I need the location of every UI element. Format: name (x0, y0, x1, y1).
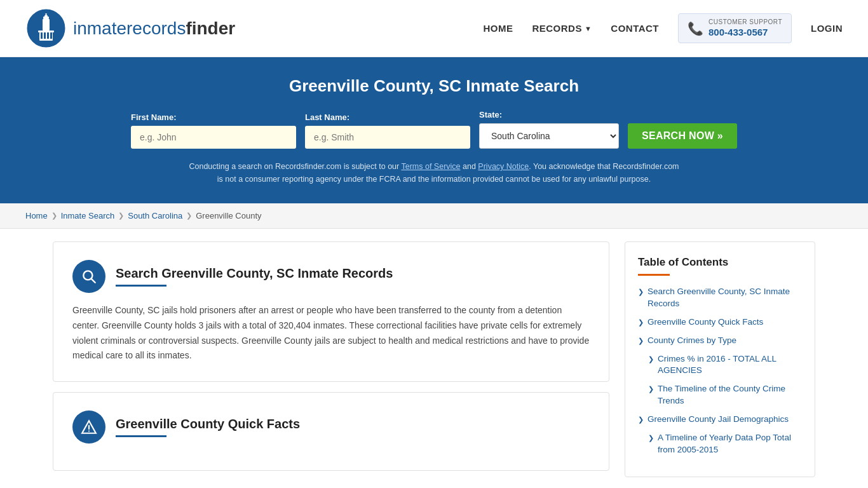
logo-text-normal: inmaterecords (73, 18, 186, 38)
svg-point-15 (88, 431, 90, 432)
hero-section: Greenville County, SC Inmate Search Firs… (0, 57, 868, 203)
first-name-label: First Name: (131, 112, 296, 122)
main-content: Search Greenville County, SC Inmate Reco… (27, 229, 841, 488)
warning-icon (81, 419, 97, 435)
svg-line-13 (92, 279, 95, 283)
last-name-input[interactable] (305, 126, 470, 149)
toc-link-3[interactable]: County Crimes by Type (648, 335, 736, 347)
svg-rect-3 (46, 13, 47, 16)
toc-chevron-2: ❯ (638, 318, 644, 327)
last-name-group: Last Name: (305, 112, 470, 149)
toc-link-7[interactable]: A Timeline of Yearly Data Pop Total from… (658, 432, 802, 456)
privacy-notice-link[interactable]: Privacy Notice (478, 162, 529, 171)
state-label: State: (479, 110, 619, 119)
search-section-underline (116, 285, 166, 287)
svg-rect-10 (47, 32, 49, 39)
search-icon (81, 268, 97, 285)
svg-rect-9 (44, 32, 46, 39)
toc-chevron-4: ❯ (648, 355, 654, 363)
breadcrumb-sep-1: ❯ (51, 212, 57, 220)
toc-item-7[interactable]: ❯ A Timeline of Yearly Data Pop Total fr… (648, 432, 802, 456)
toc-link-5[interactable]: The Timeline of the County Crime Trends (658, 383, 802, 407)
toc-chevron-1: ❯ (638, 288, 644, 296)
nav-login[interactable]: LOGIN (811, 23, 843, 34)
hero-title: Greenville County, SC Inmate Search (25, 76, 843, 96)
quick-facts-icon-circle (72, 410, 105, 444)
toc-link-6[interactable]: Greenville County Jail Demographics (648, 414, 789, 426)
breadcrumb-sep-2: ❯ (118, 212, 124, 220)
quick-facts-title: Greenville County Quick Facts (116, 417, 300, 431)
logo[interactable]: inmaterecordsfinder (25, 8, 235, 49)
site-header: inmaterecordsfinder HOME RECORDS ▼ CONTA… (0, 0, 868, 57)
toc-chevron-5: ❯ (648, 385, 654, 393)
search-section-title-area: Search Greenville County, SC Inmate Reco… (116, 266, 393, 287)
first-name-input[interactable] (131, 126, 296, 149)
search-icon-circle (72, 260, 105, 293)
search-section-body: Greenville County, SC jails hold prisone… (72, 303, 590, 363)
terms-of-service-link[interactable]: Terms of Service (401, 162, 460, 171)
logo-icon (25, 8, 67, 49)
toc-chevron-3: ❯ (638, 337, 644, 345)
toc-link-1[interactable]: Search Greenville County, SC Inmate Reco… (648, 286, 802, 310)
customer-support-box[interactable]: 📞 CUSTOMER SUPPORT 800-433-0567 (678, 13, 792, 43)
svg-rect-11 (50, 32, 52, 39)
search-now-button[interactable]: SEARCH NOW » (628, 123, 737, 149)
breadcrumb-home[interactable]: Home (25, 211, 48, 220)
quick-facts-section: Greenville County Quick Facts (53, 392, 609, 471)
state-group: State: South Carolina (479, 110, 619, 149)
sidebar: Table of Contents ❯ Search Greenville Co… (625, 241, 815, 481)
svg-rect-7 (39, 39, 53, 41)
breadcrumb-sep-3: ❯ (186, 212, 192, 220)
search-section: Search Greenville County, SC Inmate Reco… (53, 241, 609, 382)
toc-item-3[interactable]: ❯ County Crimes by Type (638, 335, 802, 347)
logo-text-bold: finder (186, 18, 235, 38)
toc-box: Table of Contents ❯ Search Greenville Co… (625, 241, 815, 477)
toc-item-6[interactable]: ❯ Greenville County Jail Demographics (638, 414, 802, 426)
toc-underline (638, 274, 670, 276)
support-text: CUSTOMER SUPPORT 800-433-0567 (709, 18, 782, 39)
content-area: Search Greenville County, SC Inmate Reco… (53, 241, 625, 481)
hero-disclaimer: Conducting a search on Recordsfinder.com… (186, 160, 682, 186)
search-section-title: Search Greenville County, SC Inmate Reco… (116, 266, 393, 281)
toc-item-4[interactable]: ❯ Crimes % in 2016 - TOTAL ALL AGENCIES (648, 353, 802, 377)
search-section-header: Search Greenville County, SC Inmate Reco… (72, 260, 590, 293)
toc-item-2[interactable]: ❯ Greenville County Quick Facts (638, 316, 802, 329)
toc-link-2[interactable]: Greenville County Quick Facts (648, 316, 763, 329)
toc-link-4[interactable]: Crimes % in 2016 - TOTAL ALL AGENCIES (658, 353, 802, 377)
toc-title: Table of Contents (638, 256, 802, 269)
first-name-group: First Name: (131, 112, 296, 149)
toc-chevron-7: ❯ (648, 434, 654, 442)
breadcrumb-inmate-search[interactable]: Inmate Search (61, 211, 115, 220)
support-number: 800-433-0567 (709, 26, 782, 39)
quick-facts-header: Greenville County Quick Facts (72, 410, 590, 444)
toc-chevron-6: ❯ (638, 416, 644, 424)
svg-rect-8 (41, 32, 43, 39)
svg-rect-4 (38, 30, 54, 32)
nav-records[interactable]: RECORDS ▼ (532, 23, 592, 34)
logo-wordmark: inmaterecordsfinder (73, 18, 235, 39)
breadcrumb-county: Greenville County (196, 211, 261, 220)
nav-contact[interactable]: CONTACT (611, 23, 659, 34)
svg-rect-6 (43, 19, 50, 30)
phone-icon: 📞 (688, 21, 703, 36)
quick-facts-underline (116, 435, 166, 437)
records-chevron-icon: ▼ (585, 25, 592, 32)
search-form: First Name: Last Name: State: South Caro… (25, 110, 843, 149)
breadcrumb: Home ❯ Inmate Search ❯ South Carolina ❯ … (0, 203, 868, 229)
main-nav: HOME RECORDS ▼ CONTACT 📞 CUSTOMER SUPPOR… (483, 13, 843, 43)
toc-item-5[interactable]: ❯ The Timeline of the County Crime Trend… (648, 383, 802, 407)
nav-home[interactable]: HOME (483, 23, 513, 34)
quick-facts-title-area: Greenville County Quick Facts (116, 417, 300, 437)
support-label: CUSTOMER SUPPORT (709, 18, 782, 26)
toc-item-1[interactable]: ❯ Search Greenville County, SC Inmate Re… (638, 286, 802, 310)
last-name-label: Last Name: (305, 112, 470, 122)
breadcrumb-state[interactable]: South Carolina (128, 211, 182, 220)
state-select[interactable]: South Carolina (479, 123, 619, 149)
